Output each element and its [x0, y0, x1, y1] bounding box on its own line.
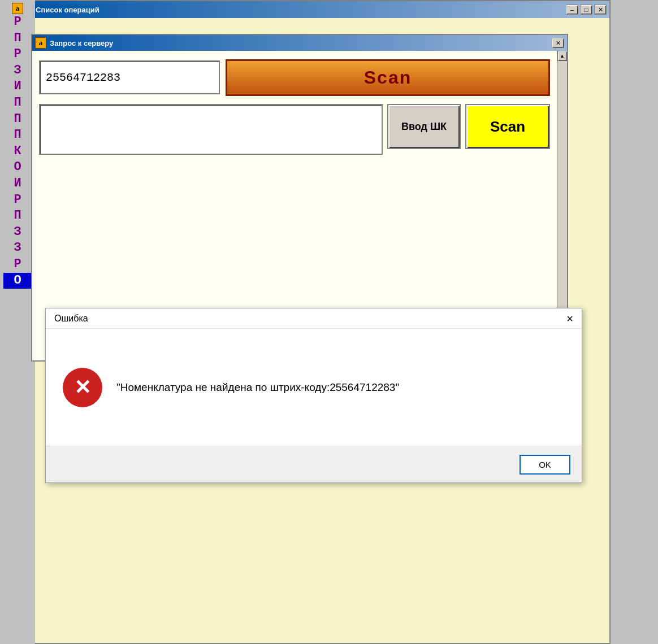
close-button[interactable]: ✕	[594, 5, 607, 15]
error-body: ✕ "Номенклатура не найдена по штрих-коду…	[46, 329, 582, 446]
error-titlebar: Ошибка ×	[46, 308, 582, 329]
sidebar-letter: П	[14, 127, 21, 143]
barcode-row: Scan	[39, 58, 550, 97]
error-icon: ✕	[63, 368, 102, 407]
sidebar-letter: И	[14, 79, 21, 95]
sidebar-letter: П	[14, 111, 21, 128]
sidebar-letter: И	[14, 176, 21, 192]
scrollbar-up-arrow[interactable]: ▲	[557, 51, 568, 61]
server-dialog-close-button[interactable]: ✕	[552, 38, 564, 48]
app-icon-sidebar: а	[12, 3, 23, 14]
barcode-input[interactable]	[39, 60, 220, 94]
sidebar-letter: Р	[14, 192, 21, 208]
sidebar-letter: Р	[14, 256, 21, 273]
sidebar-letter: О	[14, 159, 21, 176]
scan-main-button[interactable]: Scan	[226, 59, 550, 96]
sidebar-letter: Р	[14, 14, 21, 31]
sidebar-letter: З	[14, 240, 21, 256]
input-row: Ввод ШК Scan	[39, 104, 550, 155]
sidebar-letter: Р	[14, 46, 21, 63]
sidebar-letter-bottom: О	[3, 273, 32, 289]
sidebar-letter: П	[14, 208, 21, 224]
sidebar-letter: З	[14, 224, 21, 241]
barcode-text-area[interactable]	[39, 104, 383, 155]
sidebar-letter: П	[14, 95, 21, 111]
error-close-button[interactable]: ×	[566, 313, 573, 324]
sidebar-letters: Р П Р З И П П П К О И Р П З З Р О	[3, 14, 32, 289]
ok-button[interactable]: OK	[520, 455, 570, 475]
main-titlebar: а Список операций – □ ✕	[18, 1, 609, 18]
error-x-icon: ✕	[74, 377, 91, 398]
sidebar-letter: К	[14, 143, 21, 160]
server-dialog-title: Запрос к серверу	[50, 39, 113, 47]
server-dialog-titlebar-left: а Запрос к серверу	[35, 37, 113, 49]
main-window-title: Список операций	[36, 6, 99, 14]
error-title: Ошибка	[54, 314, 88, 324]
vvod-shk-button[interactable]: Ввод ШК	[387, 104, 461, 149]
minimize-button[interactable]: –	[566, 5, 578, 15]
error-footer: OK	[46, 446, 582, 482]
main-titlebar-buttons: – □ ✕	[566, 5, 607, 15]
sidebar-letter: П	[14, 31, 21, 47]
server-dialog-icon: а	[35, 37, 46, 49]
restore-button[interactable]: □	[580, 5, 592, 15]
server-dialog-titlebar: а Запрос к серверу ✕	[32, 35, 567, 51]
error-dialog: Ошибка × ✕ "Номенклатура не найдена по ш…	[45, 308, 582, 483]
error-message: "Номенклатура не найдена по штрих-коду:2…	[116, 381, 399, 394]
scan-second-button[interactable]: Scan	[465, 104, 550, 149]
sidebar: а Р П Р З И П П П К О И Р П З З Р О	[0, 0, 35, 644]
sidebar-letter: З	[14, 63, 21, 79]
